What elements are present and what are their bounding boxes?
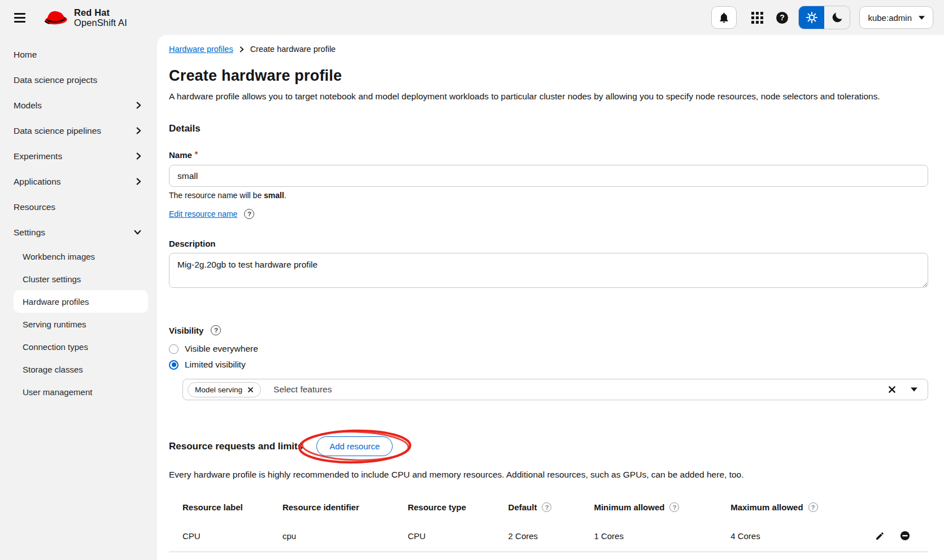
cell-resource-type: Memory <box>399 552 499 560</box>
sidebar-item-label: User management <box>23 387 92 397</box>
pencil-icon <box>875 531 885 541</box>
sidebar-item-label: Cluster settings <box>23 274 81 284</box>
cell-resource-label: Memory <box>169 552 273 560</box>
name-field-group: Name* The resource name will be small. E… <box>169 150 928 219</box>
description-textarea[interactable]: Mig-2g.20gb to test hardware profile <box>169 253 928 288</box>
breadcrumb: Hardware profiles Create hardware profil… <box>169 45 928 54</box>
sidebar-item-storage-classes[interactable]: Storage classes <box>14 358 148 380</box>
app-launcher-button[interactable] <box>747 8 767 27</box>
sidebar-item-label: Data science pipelines <box>14 126 101 136</box>
col-minimum-allowed: Minimum allowed? <box>585 493 721 520</box>
sidebar-item-cluster-settings[interactable]: Cluster settings <box>14 268 148 290</box>
notifications-button[interactable] <box>711 6 737 29</box>
nav-toggle-button[interactable] <box>9 7 31 28</box>
sidebar-item-workbench-images[interactable]: Workbench images <box>14 245 148 268</box>
sidebar-item-data-science-projects[interactable]: Data science projects <box>0 67 157 93</box>
resource-requests-description: Every hardware profile is highly recomme… <box>169 470 928 480</box>
sidebar-item-label: Workbench images <box>23 252 95 261</box>
features-multiselect-input[interactable]: Model serving Select features <box>182 379 928 400</box>
col-actions <box>866 493 928 520</box>
remove-row-button[interactable] <box>900 531 910 541</box>
name-input[interactable] <box>169 165 928 187</box>
sidebar-item-data-science-pipelines[interactable]: Data science pipelines <box>0 118 157 143</box>
help-question-icon[interactable]: ? <box>244 209 254 219</box>
col-resource-identifier: Resource identifier <box>273 493 399 520</box>
dropdown-caret-button[interactable] <box>911 387 917 392</box>
sidebar-item-label: Home <box>14 50 37 60</box>
breadcrumb-separator-icon <box>240 46 244 53</box>
edit-row-button[interactable] <box>875 531 885 541</box>
sidebar-item-resources[interactable]: Resources <box>0 194 157 220</box>
page-description: A hardware profile allows you to target … <box>169 91 928 102</box>
edit-resource-name-row: Edit resource name ? <box>169 209 928 219</box>
radio-button-checked[interactable] <box>169 360 179 370</box>
sidebar-item-label: Settings <box>14 228 45 238</box>
radio-label: Visible everywhere <box>185 344 258 354</box>
grid-icon <box>751 12 763 24</box>
sidebar-item-settings[interactable]: Settings <box>0 220 157 245</box>
sidebar-item-label: Applications <box>14 177 61 187</box>
redhat-fedora-icon <box>43 8 69 27</box>
edit-resource-name-link[interactable]: Edit resource name <box>169 209 237 218</box>
main-content-panel: Hardware profiles Create hardware profil… <box>157 35 944 560</box>
cell-default: 4 GiB <box>499 552 585 560</box>
resources-table: Resource label Resource identifier Resou… <box>169 493 928 560</box>
minus-circle-icon <box>900 531 910 541</box>
help-question-icon[interactable]: ? <box>211 325 221 335</box>
chevron-right-icon <box>136 127 141 134</box>
brand-text: Red Hat OpenShift AI <box>74 7 127 28</box>
visibility-section: Visibility ? Visible everywhere Limited … <box>169 325 928 400</box>
col-maximum-allowed: Maximum allowed? <box>721 493 866 520</box>
help-question-icon[interactable]: ? <box>542 502 551 512</box>
theme-light-button[interactable] <box>799 6 824 29</box>
sidebar-item-home[interactable]: Home <box>0 42 157 67</box>
cell-maximum: 4 Cores <box>721 520 866 552</box>
sidebar-item-applications[interactable]: Applications <box>0 169 157 194</box>
caret-down-icon <box>919 16 925 20</box>
sidebar-item-models[interactable]: Models <box>0 93 157 118</box>
cell-minimum: 2 GiB <box>585 552 721 560</box>
breadcrumb-current: Create hardware profile <box>250 45 336 54</box>
breadcrumb-link-hardware-profiles[interactable]: Hardware profiles <box>169 45 233 54</box>
description-field-group: Description Mig-2g.20gb to test hardware… <box>169 239 928 288</box>
visibility-label: Visibility <box>169 326 203 335</box>
radio-visible-everywhere[interactable]: Visible everywhere <box>169 344 928 354</box>
sidebar-item-label: Data science projects <box>14 75 97 85</box>
chip-label: Model serving <box>195 386 242 394</box>
sidebar-nav: Home Data science projects Models Data s… <box>0 35 157 560</box>
radio-limited-visibility[interactable]: Limited visibility <box>169 360 928 370</box>
brand-line1: Red Hat <box>74 7 127 18</box>
sidebar-item-connection-types[interactable]: Connection types <box>14 335 148 358</box>
sidebar-item-user-management[interactable]: User management <box>14 380 148 403</box>
details-section-heading: Details <box>169 123 928 134</box>
cell-resource-type: CPU <box>399 520 499 552</box>
masthead: Red Hat OpenShift AI ? <box>0 0 944 35</box>
col-resource-label: Resource label <box>169 493 273 520</box>
sidebar-item-label: Hardware profiles <box>23 297 89 307</box>
chip-remove-button[interactable] <box>247 387 254 393</box>
sidebar-item-label: Serving runtimes <box>23 320 86 329</box>
chevron-right-icon <box>136 152 141 160</box>
help-question-icon[interactable]: ? <box>808 502 818 512</box>
radio-label: Limited visibility <box>185 360 246 370</box>
cell-resource-identifier: memory <box>273 552 399 560</box>
sidebar-item-label: Experiments <box>14 151 62 161</box>
col-default: Default? <box>499 493 585 520</box>
resource-requests-heading-row: Resource requests and limits Add resourc… <box>169 436 928 456</box>
sidebar-item-hardware-profiles[interactable]: Hardware profiles <box>14 290 148 313</box>
radio-button-unchecked[interactable] <box>169 344 179 354</box>
theme-dark-button[interactable] <box>824 6 850 29</box>
help-question-icon[interactable]: ? <box>669 502 679 512</box>
add-resource-button[interactable]: Add resource <box>316 436 393 456</box>
clear-selection-button[interactable] <box>888 386 896 393</box>
sidebar-item-serving-runtimes[interactable]: Serving runtimes <box>14 313 148 335</box>
cell-resource-identifier: cpu <box>273 520 399 552</box>
masthead-actions: ? <box>711 6 933 29</box>
table-row-memory: Memory memory Memory 4 GiB 2 GiB 8 GiB <box>169 552 928 560</box>
user-menu-dropdown[interactable]: kube:admin <box>859 6 933 29</box>
sidebar-item-label: Resources <box>14 202 55 212</box>
cell-resource-label: CPU <box>169 520 273 552</box>
app: Red Hat OpenShift AI ? <box>0 0 944 560</box>
sidebar-item-experiments[interactable]: Experiments <box>0 143 157 169</box>
help-button[interactable]: ? <box>772 8 791 27</box>
